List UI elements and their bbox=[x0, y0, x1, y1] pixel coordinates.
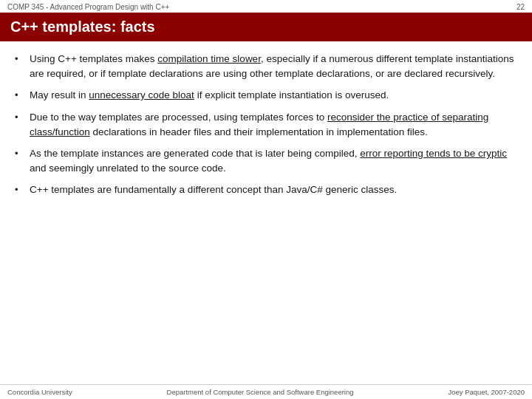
bullet-text-5: C++ templates are fundamentally a differ… bbox=[30, 183, 517, 197]
footer-bar: Concordia University Department of Compu… bbox=[0, 384, 532, 399]
bullet-text-2: May result in unnecessary code bloat if … bbox=[30, 88, 517, 103]
bullet-text-1: Using C++ templates makes compilation ti… bbox=[30, 52, 517, 81]
bullet-dot-3: • bbox=[15, 111, 27, 125]
footer-right: Joey Paquet, 2007-2020 bbox=[448, 388, 525, 396]
bullet-dot-4: • bbox=[15, 147, 27, 161]
bullet-dot-1: • bbox=[15, 52, 27, 66]
bullet-text-4: As the template instances are generated … bbox=[30, 146, 517, 175]
content-area: •Using C++ templates makes compilation t… bbox=[0, 41, 532, 212]
bullet-dot-5: • bbox=[15, 183, 27, 197]
footer-center: Department of Computer Science and Softw… bbox=[167, 388, 354, 396]
bullet-item-1: •Using C++ templates makes compilation t… bbox=[15, 52, 517, 81]
bullet-item-2: •May result in unnecessary code bloat if… bbox=[15, 88, 517, 103]
header-bar: COMP 345 - Advanced Program Design with … bbox=[0, 0, 532, 13]
bullet-dot-2: • bbox=[15, 89, 27, 103]
bullet-item-5: •C++ templates are fundamentally a diffe… bbox=[15, 183, 517, 197]
footer-left: Concordia University bbox=[7, 388, 72, 396]
bullet-item-3: •Due to the way templates are processed,… bbox=[15, 110, 517, 139]
slide-title: C++ templates: facts bbox=[10, 18, 155, 35]
slide-number: 22 bbox=[516, 3, 525, 11]
bullet-item-4: •As the template instances are generated… bbox=[15, 146, 517, 175]
bullet-text-3: Due to the way templates are processed, … bbox=[30, 110, 517, 139]
title-bar: C++ templates: facts bbox=[0, 13, 532, 41]
header-title: COMP 345 - Advanced Program Design with … bbox=[7, 3, 169, 11]
